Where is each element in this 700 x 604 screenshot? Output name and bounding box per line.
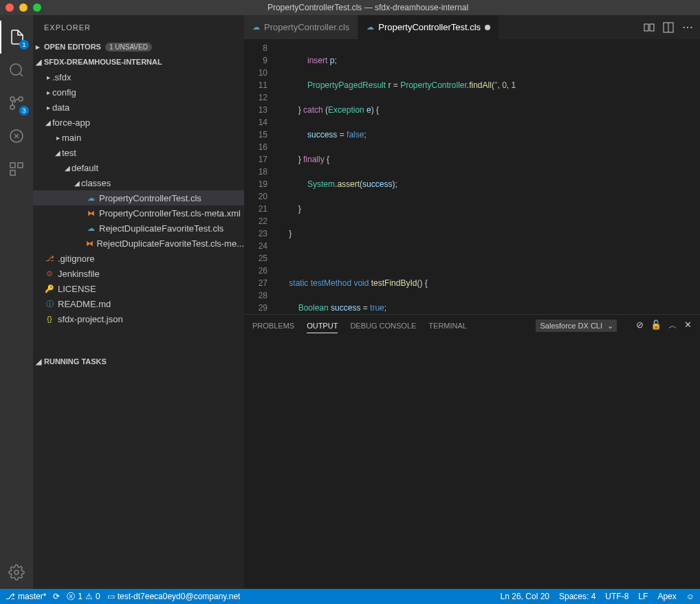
tree-file-gitignore[interactable]: ⎇.gitignore <box>33 251 244 266</box>
sidebar: EXPLORER ▸ OPEN EDITORS 1 UNSAVED ◢ SFDX… <box>33 15 244 589</box>
bottom-panel: PROBLEMS OUTPUT DEBUG CONSOLE TERMINAL S… <box>244 314 700 589</box>
tree-file-reject-duplicate[interactable]: ☁RejectDuplicateFavoriteTest.cls <box>33 221 244 236</box>
lock-scroll-icon[interactable]: 🔓 <box>650 320 661 332</box>
tab-problems[interactable]: PROBLEMS <box>252 319 294 333</box>
status-encoding[interactable]: UTF-8 <box>605 592 628 601</box>
status-sync[interactable]: ⟳ <box>53 592 60 601</box>
debug-icon[interactable] <box>0 120 33 153</box>
source-control-icon[interactable]: 3 <box>0 87 33 120</box>
tab-property-controller[interactable]: ☁ PropertyController.cls <box>244 15 358 39</box>
svg-rect-11 <box>650 24 654 31</box>
close-window-icon[interactable] <box>6 3 14 12</box>
status-org[interactable]: ▭test-dt7eeca0eyd0@company.net <box>107 592 241 601</box>
svg-point-3 <box>10 105 14 109</box>
status-branch[interactable]: ⎇master* <box>6 592 46 601</box>
status-cursor-pos[interactable]: Ln 26, Col 20 <box>501 592 549 601</box>
tree-folder-sfdx[interactable]: ▸.sfdx <box>33 69 244 85</box>
chevron-up-icon[interactable]: ︿ <box>668 320 677 332</box>
tab-debug-console[interactable]: DEBUG CONSOLE <box>350 319 416 333</box>
activity-bar: 1 3 <box>0 15 33 589</box>
branch-icon: ⎇ <box>6 592 15 601</box>
tree-file-jenkinsfile[interactable]: ⚙Jenkinsfile <box>33 266 244 281</box>
tab-property-controller-test[interactable]: ☁ PropertyControllerTest.cls <box>358 15 499 39</box>
svg-point-4 <box>10 97 14 101</box>
svg-rect-8 <box>10 170 15 175</box>
tree-folder-default[interactable]: ◢default <box>33 160 244 175</box>
warning-icon: ⚠ <box>85 592 93 601</box>
status-eol[interactable]: LF <box>638 592 648 601</box>
explorer-badge: 1 <box>19 40 29 49</box>
status-spaces[interactable]: Spaces: 4 <box>559 592 595 601</box>
tree-file-reject-duplicate-meta[interactable]: ⧓RejectDuplicateFavoriteTest.cls-me... <box>33 236 244 251</box>
project-label: SFDX-DREAMHOUSE-INTERNAL <box>44 58 162 66</box>
chevron-right-icon: ▸ <box>36 43 44 52</box>
running-tasks-section[interactable]: ◢ RUNNING TASKS <box>33 354 244 369</box>
tabs-row: ☁ PropertyController.cls ☁ PropertyContr… <box>244 15 700 39</box>
tree-file-property-controller-test[interactable]: ☁PropertyControllerTest.cls <box>33 190 244 205</box>
svg-rect-7 <box>18 163 23 168</box>
chevron-down-icon: ◢ <box>36 357 44 366</box>
tree-folder-classes[interactable]: ◢classes <box>33 175 244 190</box>
window-icon: ▭ <box>107 592 115 601</box>
dirty-indicator-icon <box>485 25 490 30</box>
extensions-icon[interactable] <box>0 153 33 186</box>
status-language[interactable]: Apex <box>657 592 676 601</box>
code-content[interactable]: insert p; PropertyPagedResult r = Proper… <box>280 39 645 314</box>
tree-file-sfdx-project[interactable]: {}sfdx-project.json <box>33 311 244 326</box>
apex-file-icon: ☁ <box>85 223 96 234</box>
tree-folder-test[interactable]: ◢test <box>33 145 244 160</box>
chevron-down-icon: ◢ <box>36 58 44 67</box>
more-actions-icon[interactable]: ⋯ <box>682 21 693 34</box>
svg-line-1 <box>20 74 23 76</box>
svg-point-2 <box>19 97 23 101</box>
sidebar-title: EXPLORER <box>33 15 244 39</box>
open-editors-section[interactable]: ▸ OPEN EDITORS 1 UNSAVED <box>33 39 244 54</box>
traffic-lights <box>6 3 41 12</box>
title-bar: PropertyControllerTest.cls — sfdx-dreamh… <box>0 0 700 15</box>
unsaved-badge: 1 UNSAVED <box>105 43 152 52</box>
svg-rect-6 <box>10 163 15 168</box>
apex-file-icon: ☁ <box>85 192 96 203</box>
json-file-icon: {} <box>44 313 55 324</box>
scm-badge: 3 <box>19 106 29 115</box>
split-editor-icon[interactable] <box>663 22 674 33</box>
editor-area[interactable]: 8910111213141516171819202122232425262728… <box>244 39 700 314</box>
editor-column: ☁ PropertyController.cls ☁ PropertyContr… <box>244 15 700 589</box>
info-file-icon: ⓘ <box>44 298 55 309</box>
tree-file-property-controller-test-meta[interactable]: ⧓PropertyControllerTest.cls-meta.xml <box>33 205 244 221</box>
running-tasks-label: RUNNING TASKS <box>44 357 107 366</box>
clear-output-icon[interactable]: ⊘ <box>636 320 644 332</box>
tree-folder-config[interactable]: ▸config <box>33 85 244 100</box>
status-feedback-icon[interactable]: ☺ <box>686 592 694 601</box>
tab-output[interactable]: OUTPUT <box>307 319 338 333</box>
compare-icon[interactable] <box>644 22 655 33</box>
sync-icon: ⟳ <box>53 592 60 601</box>
tree-folder-force-app[interactable]: ◢force-app <box>33 115 244 130</box>
tree-file-readme[interactable]: ⓘREADME.md <box>33 296 244 311</box>
xml-file-icon: ⧓ <box>85 208 96 219</box>
output-body[interactable] <box>244 337 700 589</box>
tree-folder-data[interactable]: ▸data <box>33 100 244 115</box>
error-icon: ⓧ <box>67 591 75 603</box>
explorer-icon[interactable]: 1 <box>0 21 33 54</box>
minimize-window-icon[interactable] <box>19 3 28 12</box>
minimap[interactable] <box>645 39 700 314</box>
close-panel-icon[interactable]: ✕ <box>684 320 692 332</box>
tree-folder-main[interactable]: ▸main <box>33 130 244 145</box>
search-icon[interactable] <box>0 54 33 87</box>
window-title: PropertyControllerTest.cls — sfdx-dreamh… <box>41 3 694 12</box>
tab-actions: ⋯ <box>637 15 700 39</box>
output-channel-select[interactable]: Salesforce DX CLI ⌄ <box>536 320 617 332</box>
settings-gear-icon[interactable] <box>0 556 33 589</box>
license-file-icon: 🔑 <box>44 283 55 294</box>
svg-point-9 <box>14 570 19 574</box>
tree-file-license[interactable]: 🔑LICENSE <box>33 281 244 296</box>
maximize-window-icon[interactable] <box>33 3 41 12</box>
tab-terminal[interactable]: TERMINAL <box>428 319 467 333</box>
panel-tabs: PROBLEMS OUTPUT DEBUG CONSOLE TERMINAL S… <box>244 315 700 337</box>
svg-rect-10 <box>644 24 648 31</box>
git-file-icon: ⎇ <box>44 253 55 264</box>
status-problems[interactable]: ⓧ1 ⚠0 <box>67 591 100 603</box>
project-section[interactable]: ◢ SFDX-DREAMHOUSE-INTERNAL <box>33 54 244 69</box>
apex-file-icon: ☁ <box>367 23 374 32</box>
